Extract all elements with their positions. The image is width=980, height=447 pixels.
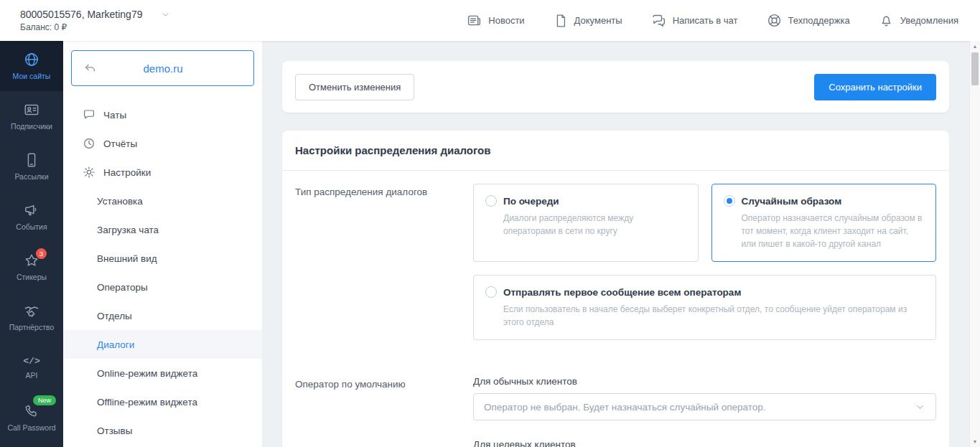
phone-icon [24,403,39,419]
submenu-chat-loading[interactable]: Загрузка чата [63,215,262,244]
sidebar-item-api[interactable]: </> API [0,342,63,392]
options-grid: По очереди Диалоги распределяются между … [473,184,936,262]
topnav-write-chat[interactable]: Написать в чат [651,13,738,28]
reports-icon [83,137,95,150]
news-icon [467,13,482,28]
option-description: Оператор назначается случайным образом в… [742,212,925,250]
events-icon [24,202,39,218]
submenu-label: Отделы [97,311,132,321]
distribution-label: Тип распределения диалогов [295,184,473,340]
site-name: demo.ru [97,62,242,75]
back-arrow-icon [83,62,97,75]
sidebar-item-label: Подписчики [11,122,52,131]
sidebar-item-call-password[interactable]: New Call Password [0,392,63,443]
scroll-up-arrow[interactable]: ▲ [970,41,980,52]
submenu-label: Внешний вид [97,253,157,264]
vertical-scrollbar[interactable]: ▲ ▼ [969,41,980,447]
submenu-appearance[interactable]: Внешний вид [63,244,262,273]
radio-send-all[interactable] [485,286,497,298]
sidebar-item-label: Мои сайты [13,72,51,80]
distribution-options: По очереди Диалоги распределяются между … [473,184,936,340]
submenu-feedback[interactable]: Отзывы [63,416,262,445]
submenu-operators[interactable]: Операторы [63,273,262,301]
stickers-badge: 3 [36,248,47,259]
submenu-dialogs[interactable]: Диалоги [63,330,262,359]
section-title: Настройки распределения диалогов [282,131,949,171]
topnav-notifications[interactable]: Уведомления [879,13,958,28]
regular-clients-label: Для обычных клиентов [473,376,936,387]
submenu-online-mode[interactable]: Online-режим виджета [63,359,262,387]
regular-clients-select[interactable]: Оператор не выбран. Будет назначаться сл… [473,393,936,420]
target-clients-label: Для целевых клиентов [473,439,936,447]
menu-item-label: Чаты [103,110,126,121]
scroll-down-arrow[interactable]: ▼ [970,436,980,447]
balance-label: Баланс: 0 ₽ [20,22,170,32]
chats-icon [83,108,95,121]
default-operator-fields: Для обычных клиентов Оператор не выбран.… [473,376,936,447]
radio-queue[interactable] [485,195,497,207]
sidebar-item-partnership[interactable]: Партнёрство [0,292,63,342]
topnav-label: Техподдержка [788,15,850,26]
sidebar-item-label: API [26,371,38,380]
sidebar-item-label: Call Password [7,423,55,432]
submenu-departments[interactable]: Отделы [63,301,262,330]
sidebar-item-label: События [16,222,47,231]
submenu-install[interactable]: Установка [63,187,262,215]
sidebar-item-label: Партнёрство [9,323,55,331]
option-send-all[interactable]: Отправлять первое сообщение всем операто… [473,275,936,340]
save-settings-button[interactable]: Сохранить настройки [814,74,936,100]
option-title: Случайным образом [742,196,842,207]
radio-random[interactable] [724,195,735,207]
topnav-label: Новости [488,15,524,26]
menu-item-chats[interactable]: Чаты [63,100,262,129]
option-description: Если пользователь в начале беседы выбере… [503,303,924,329]
site-selector[interactable]: demo.ru [71,50,254,86]
settings-body: Тип распределения диалогов По очереди Ди… [282,171,949,447]
submenu-label: Операторы [97,282,148,293]
topnav-label: Написать в чат [673,15,738,26]
topnav-label: Документы [574,15,622,26]
sidebar-item-stickers[interactable]: 3 Стикеры [0,242,63,292]
menu-item-label: Отчёты [103,138,137,149]
submenu-label: Загрузка чата [97,225,159,235]
mailing-icon [24,152,39,168]
submenu-offline-mode[interactable]: Offline-режим виджета [63,387,262,416]
submenu-label: Установка [97,196,143,207]
submenu-label: Offline-режим виджета [97,397,197,408]
sidebar-item-mailings[interactable]: Рассылки [0,141,63,192]
topnav-news[interactable]: Новости [467,13,524,28]
account-switcher[interactable]: 80005015576, Marketing79 [20,9,170,20]
sidebar-item-my-sites[interactable]: Мои сайты [0,41,63,91]
option-title: По очереди [503,196,559,207]
main-content: Отменить изменения Сохранить настройки Н… [262,41,969,447]
site-panel: demo.ru Чаты Отчёты Настройки Установка … [63,41,262,447]
menu-item-label: Настройки [103,167,151,178]
document-icon [554,14,568,28]
cancel-changes-button[interactable]: Отменить изменения [295,74,414,100]
sidebar-item-events[interactable]: События [0,192,63,242]
support-icon [767,13,782,28]
option-random[interactable]: Случайным образом Оператор назначается с… [711,184,937,262]
menu-item-reports[interactable]: Отчёты [63,129,262,158]
sidebar-item-label: Рассылки [14,172,48,181]
topbar: 80005015576, Marketing79 Баланс: 0 ₽ Нов… [0,0,980,41]
settings-gear-icon [83,166,95,179]
chevron-down-icon [161,10,170,19]
api-icon: </> [23,356,39,367]
sidebar-item-subscribers[interactable]: Подписчики [0,91,63,141]
actions-card: Отменить изменения Сохранить настройки [282,61,949,113]
call-password-new-badge: New [33,395,56,405]
globe-icon [24,52,39,67]
submenu-label: Диалоги [97,339,134,350]
bell-icon [879,13,894,28]
option-queue[interactable]: По очереди Диалоги распределяются между … [473,184,699,262]
subscribers-icon [24,102,39,118]
settings-card: Настройки распределения диалогов Тип рас… [282,131,949,447]
scrollbar-thumb[interactable] [971,52,979,85]
primary-sidebar: Мои сайты Подписчики Рассылки События 3 … [0,41,63,447]
site-menu: Чаты Отчёты Настройки Установка Загрузка… [63,100,262,445]
menu-item-settings[interactable]: Настройки [63,158,262,187]
topnav-label: Уведомления [900,15,958,26]
topnav-documents[interactable]: Документы [554,14,622,28]
topnav-support[interactable]: Техподдержка [767,13,850,28]
